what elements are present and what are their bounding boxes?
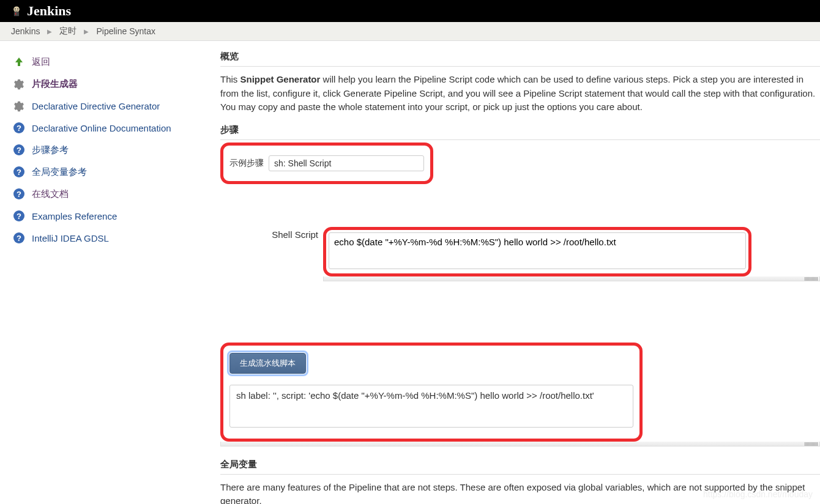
help-icon: ? — [12, 143, 26, 157]
up-arrow-icon — [12, 55, 26, 69]
watermark: https://blog.csdn.net/mouday — [703, 489, 813, 499]
shell-script-label: Shell Script — [220, 227, 318, 276]
svg-rect-4 — [15, 13, 16, 15]
shell-script-input[interactable]: echo $(date "+%Y-%m-%d %H:%M:%S") hello … — [329, 232, 746, 269]
highlight-step: 示例步骤 sh: Shell Script — [220, 143, 433, 184]
breadcrumb-item[interactable]: Pipeline Syntax — [96, 26, 155, 36]
help-icon: ? — [12, 165, 26, 179]
jenkins-logo-icon — [10, 4, 23, 18]
resize-handle[interactable] — [220, 442, 820, 447]
sidebar-item-global-var-ref[interactable]: ? 全局变量参考 — [10, 161, 220, 183]
sidebar-item-label: 片段生成器 — [32, 78, 78, 90]
sidebar-item-intellij-gdsl[interactable]: ? IntelliJ IDEA GDSL — [10, 227, 220, 249]
sidebar-item-label: 步骤参考 — [32, 144, 69, 156]
step-label: 示例步骤 — [229, 158, 264, 169]
svg-text:?: ? — [17, 124, 21, 133]
sidebar-item-label: IntelliJ IDEA GDSL — [32, 233, 109, 243]
sample-step-select[interactable]: sh: Shell Script — [269, 155, 424, 171]
overview-title: 概览 — [220, 51, 820, 67]
sidebar-item-label: Examples Reference — [32, 211, 117, 221]
main-content: 概览 This Snippet Generator will help you … — [220, 41, 820, 504]
breadcrumb-item[interactable]: Jenkins — [11, 26, 40, 36]
generate-pipeline-button[interactable]: 生成流水线脚本 — [229, 353, 306, 374]
help-icon: ? — [12, 209, 26, 223]
help-icon: ? — [12, 121, 26, 135]
svg-text:?: ? — [17, 146, 21, 155]
svg-rect-1 — [14, 12, 19, 16]
svg-text:?: ? — [17, 168, 21, 177]
sidebar-item-declarative-docs[interactable]: ? Declarative Online Documentation — [10, 117, 220, 139]
chevron-right-icon: ▶ — [84, 28, 89, 35]
help-icon: ? — [12, 187, 26, 201]
svg-point-2 — [15, 9, 16, 10]
sidebar: 返回 片段生成器 Declarative Directive Generator… — [0, 41, 220, 504]
sidebar-item-label: Declarative Directive Generator — [32, 101, 160, 111]
header-bar: Jenkins — [0, 0, 820, 22]
sidebar-item-back[interactable]: 返回 — [10, 51, 220, 73]
highlight-generate: 生成流水线脚本 sh label: '', script: 'echo $(da… — [220, 343, 643, 442]
intro-text: This Snippet Generator will help you lea… — [220, 73, 820, 114]
sidebar-item-declarative-directive[interactable]: Declarative Directive Generator — [10, 95, 220, 117]
sidebar-item-examples-ref[interactable]: ? Examples Reference — [10, 205, 220, 227]
svg-point-3 — [17, 9, 18, 10]
sidebar-item-label: 全局变量参考 — [32, 166, 87, 178]
breadcrumb: Jenkins ▶ 定时 ▶ Pipeline Syntax — [0, 22, 820, 41]
svg-text:?: ? — [17, 190, 21, 199]
logo-text: Jenkins — [27, 3, 71, 19]
resize-handle[interactable] — [323, 276, 820, 281]
sidebar-item-online-docs[interactable]: ? 在线文档 — [10, 183, 220, 205]
step-section-title: 步骤 — [220, 124, 820, 140]
help-icon: ? — [12, 231, 26, 245]
highlight-shell: echo $(date "+%Y-%m-%d %H:%M:%S") hello … — [323, 227, 751, 276]
sidebar-item-label: 返回 — [32, 56, 50, 68]
logo[interactable]: Jenkins — [10, 3, 71, 19]
chevron-right-icon: ▶ — [47, 28, 52, 35]
sidebar-item-step-ref[interactable]: ? 步骤参考 — [10, 139, 220, 161]
svg-text:?: ? — [17, 234, 21, 243]
global-vars-title: 全局变量 — [220, 459, 820, 475]
gear-icon — [12, 99, 26, 113]
svg-text:?: ? — [17, 212, 21, 221]
step-select-value: sh: Shell Script — [274, 158, 331, 168]
generated-script-output[interactable]: sh label: '', script: 'echo $(date "+%Y-… — [229, 385, 633, 428]
breadcrumb-item[interactable]: 定时 — [59, 26, 76, 37]
sidebar-item-label: Declarative Online Documentation — [32, 123, 171, 133]
sidebar-item-label: 在线文档 — [32, 188, 69, 200]
gear-icon — [12, 77, 26, 91]
sidebar-item-snippet-generator[interactable]: 片段生成器 — [10, 73, 220, 95]
